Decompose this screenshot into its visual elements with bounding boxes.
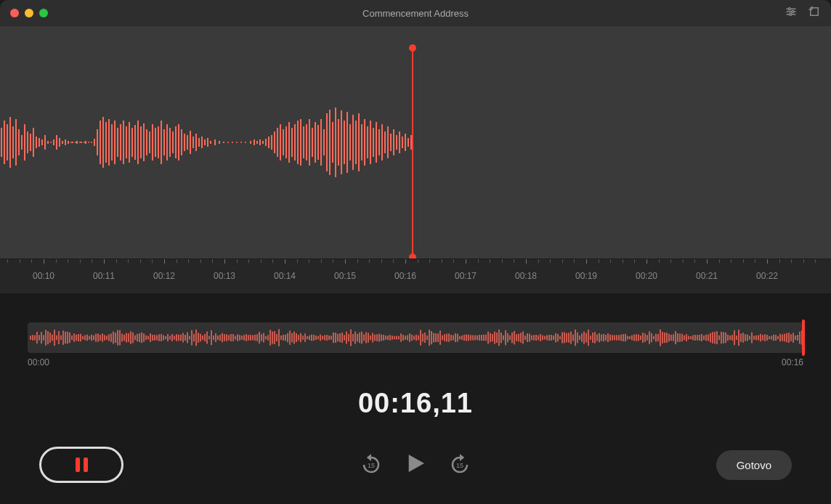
tick-label: 00:20 — [636, 271, 657, 281]
done-button[interactable]: Gotovo — [716, 450, 792, 480]
pause-icon — [76, 458, 80, 472]
svg-point-139 — [79, 142, 81, 143]
close-button[interactable] — [10, 9, 19, 17]
overview-graphic — [28, 322, 803, 353]
svg-point-137 — [70, 142, 72, 143]
tick-label: 00:11 — [93, 271, 115, 281]
play-button[interactable] — [404, 452, 427, 478]
tick-label: 00:10 — [33, 271, 54, 281]
elapsed-timer: 00:16,11 — [0, 388, 831, 419]
waveform-graphic — [0, 84, 418, 200]
skip-back-seconds: 15 — [368, 462, 375, 469]
svg-point-145 — [236, 142, 238, 143]
skip-back-button[interactable]: 15 — [360, 454, 382, 476]
playback-controls: 15 15 — [360, 452, 471, 478]
svg-point-146 — [240, 142, 242, 143]
tick-label: 00:15 — [334, 271, 356, 281]
tick-label: 00:14 — [274, 271, 296, 281]
svg-point-5 — [790, 13, 792, 15]
titlebar: Commencement Address — [0, 0, 831, 26]
waveform-overview[interactable] — [28, 322, 803, 353]
overview-times: 00:00 00:16 — [28, 357, 803, 367]
overview-start-time: 00:00 — [28, 357, 49, 367]
tick-label: 00:18 — [515, 271, 537, 281]
minimize-button[interactable] — [25, 9, 33, 17]
svg-point-1 — [788, 8, 790, 10]
svg-point-147 — [245, 142, 246, 143]
svg-point-140 — [84, 142, 85, 143]
tick-label: 00:12 — [153, 271, 175, 281]
pause-icon — [84, 458, 88, 472]
waveform-main[interactable] — [0, 26, 831, 259]
tick-label: 00:16 — [394, 271, 416, 281]
svg-point-3 — [792, 11, 794, 13]
svg-marker-504 — [367, 454, 371, 461]
overview-end-time: 00:16 — [782, 357, 803, 367]
svg-point-136 — [50, 142, 52, 143]
svg-point-142 — [91, 142, 92, 143]
tick-label: 00:17 — [455, 271, 477, 281]
maximize-button[interactable] — [39, 9, 48, 17]
trim-icon[interactable] — [808, 5, 821, 21]
svg-point-138 — [75, 142, 76, 143]
timeline-ruler[interactable]: 00:1000:1100:1200:1300:1400:1500:1600:17… — [0, 259, 831, 293]
svg-point-144 — [232, 142, 233, 143]
window-title: Commencement Address — [0, 8, 831, 19]
tick-label: 00:22 — [756, 271, 778, 281]
skip-forward-button[interactable]: 15 — [449, 454, 471, 476]
playhead[interactable] — [412, 48, 413, 257]
skip-forward-seconds: 15 — [456, 462, 463, 469]
tick-label: 00:19 — [575, 271, 597, 281]
pause-record-button[interactable] — [39, 447, 123, 483]
tick-label: 00:21 — [696, 271, 718, 281]
overview-cursor[interactable] — [802, 320, 805, 356]
svg-marker-505 — [409, 455, 424, 472]
window-controls — [10, 9, 48, 17]
svg-marker-506 — [460, 454, 464, 461]
svg-point-141 — [88, 142, 89, 143]
toolbar-icons — [785, 5, 821, 21]
svg-point-143 — [227, 142, 229, 143]
tick-label: 00:13 — [214, 271, 235, 281]
transport-controls: 15 15 Gotovo — [0, 447, 831, 483]
settings-icon[interactable] — [785, 5, 798, 21]
